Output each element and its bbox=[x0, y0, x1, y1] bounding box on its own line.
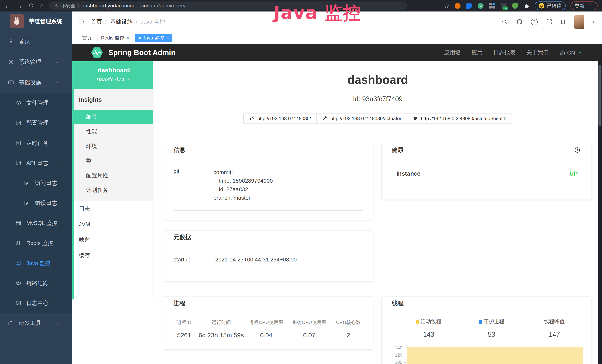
sidebar-item-mysql-monitor[interactable]: MySQL 监控 bbox=[0, 213, 72, 233]
sidebar-item-infrastructure[interactable]: 基础设施 bbox=[0, 72, 72, 93]
forward-icon[interactable]: → bbox=[16, 3, 23, 9]
breadcrumb-home[interactable]: 首页 bbox=[91, 18, 102, 26]
extension-orange-icon[interactable] bbox=[454, 2, 461, 9]
sba-nav-metrics[interactable]: 性能 bbox=[74, 124, 153, 139]
instance-health-row[interactable]: Instance UP bbox=[392, 170, 581, 185]
tab-java-monitor[interactable]: Java 监控 × bbox=[135, 34, 172, 42]
sba-brand-title[interactable]: Spring Boot Admin bbox=[108, 48, 176, 57]
tab-home[interactable]: 首页 bbox=[79, 34, 95, 42]
back-icon[interactable]: ← bbox=[4, 3, 11, 9]
extension-switchyomega-icon[interactable]: on bbox=[500, 2, 507, 9]
close-icon[interactable]: × bbox=[127, 35, 129, 41]
status-badge: UP bbox=[570, 170, 578, 177]
reload-icon[interactable] bbox=[28, 2, 34, 9]
search-icon[interactable] bbox=[501, 19, 508, 25]
sba-nav-wallboard[interactable]: 应用墙 bbox=[444, 49, 461, 56]
threads-legend-values: 143 53 147 bbox=[387, 331, 586, 338]
extension-blue-pin-icon[interactable] bbox=[466, 2, 473, 9]
annotation-java-monitoring: Java 监控 bbox=[273, 1, 361, 25]
service-url-button[interactable]: http://192.168.0.2:48080/ bbox=[243, 113, 317, 124]
page-title: dashboard bbox=[153, 73, 602, 86]
threads-card: 线程 活动线程 守护进程 线程峰值 143 53 147 140 120 100 bbox=[381, 297, 591, 364]
page-scrollbar-thumb[interactable] bbox=[599, 65, 602, 126]
github-icon[interactable] bbox=[516, 19, 523, 25]
extension-grid-icon[interactable] bbox=[489, 2, 495, 9]
sidebar-item-redis-monitor[interactable]: Redis 监控 bbox=[0, 233, 72, 253]
home-icon[interactable]: ⌂ bbox=[40, 3, 43, 9]
extensions-puzzle-icon[interactable] bbox=[523, 2, 530, 9]
health-url-button[interactable]: http://192.168.0.2:48080/actuator/health bbox=[407, 113, 512, 124]
sidebar-item-file-management[interactable]: 文件管理 bbox=[0, 93, 72, 113]
sba-nav-applications[interactable]: 应用 bbox=[472, 49, 483, 56]
sba-nav-environment[interactable]: 环境 bbox=[74, 139, 153, 153]
sba-nav-about[interactable]: 关于我们 bbox=[526, 49, 548, 56]
app-logo-row[interactable]: 芋道管理系统 bbox=[0, 11, 72, 31]
help-icon[interactable]: ? bbox=[531, 19, 538, 25]
sidebar-item-access-logs[interactable]: 访问日志 bbox=[0, 173, 72, 193]
sidebar-item-dev-tools[interactable]: 研发工具 bbox=[0, 313, 72, 333]
fullscreen-icon[interactable] bbox=[546, 19, 552, 25]
threads-card-title: 线程 bbox=[392, 299, 404, 307]
sba-nav-mappings[interactable]: 映射 bbox=[74, 232, 153, 247]
system-cpu-value: 0.07 bbox=[288, 332, 331, 339]
sba-nav-config-props[interactable]: 配置属性 bbox=[74, 168, 153, 183]
sba-language-select[interactable]: zh-CN bbox=[559, 50, 582, 56]
actuator-url-button[interactable]: http://192.168.0.2:48080/actuator bbox=[316, 113, 407, 124]
user-avatar[interactable] bbox=[574, 15, 584, 29]
sba-nav-jvm[interactable]: JVM bbox=[74, 216, 153, 232]
sba-nav-caches[interactable]: 缓存 bbox=[74, 247, 153, 263]
security-label[interactable]: 不安全 bbox=[61, 3, 75, 9]
daemon-threads-value: 53 bbox=[460, 331, 523, 338]
breadcrumb-infrastructure[interactable]: 基础设施 bbox=[110, 18, 132, 26]
avatar-caret-down-icon[interactable]: ▾ bbox=[592, 20, 595, 24]
sidebar-item-tracing[interactable]: 链路追踪 bbox=[0, 273, 72, 293]
bookmark-star-icon[interactable]: ☆ bbox=[444, 3, 449, 9]
peak-threads-value: 147 bbox=[523, 331, 586, 338]
profile-paused-badge[interactable]: 已暂停 bbox=[535, 1, 566, 10]
sidebar-item-error-logs[interactable]: 错误日志 bbox=[0, 193, 72, 213]
instance-name: dashboard bbox=[74, 66, 153, 74]
health-card-title: 健康 bbox=[392, 146, 404, 154]
sba-nav-classes[interactable]: 类 bbox=[74, 153, 153, 168]
sba-instance-header[interactable]: dashboard 93a3fc7f7409 bbox=[74, 61, 153, 89]
history-icon[interactable] bbox=[574, 146, 581, 154]
url-path: /infra/admin-server bbox=[147, 3, 190, 9]
endpoint-button-group: http://192.168.0.2:48080/ http://192.168… bbox=[153, 113, 602, 124]
cloud-upload-icon bbox=[15, 100, 22, 106]
sba-nav-scheduled-tasks[interactable]: 计划任务 bbox=[74, 183, 153, 197]
sba-nav-journal[interactable]: 日志报表 bbox=[493, 49, 516, 56]
chevron-down-icon bbox=[54, 321, 60, 326]
y-tick-140: 140 bbox=[387, 345, 402, 351]
startup-row: startup 2021-04-27T00:44:31.254+08:00 bbox=[173, 257, 363, 271]
insecure-warning-icon[interactable]: ⚠ bbox=[54, 3, 58, 9]
sidebar-item-java-monitor[interactable]: Java 监控 bbox=[0, 253, 72, 273]
sidebar-item-scheduled-jobs[interactable]: 定时任务 bbox=[0, 133, 72, 153]
sidebar-item-api-logs[interactable]: API 日志 bbox=[0, 153, 72, 173]
health-card: 健康 Instance UP bbox=[381, 143, 591, 200]
process-card: 进程 进程ID 运行时间 进程CPU使用率 系统CPU使用率 CPU核心数 52… bbox=[163, 297, 373, 350]
extension-vue-devtools-icon[interactable]: v bbox=[477, 2, 484, 9]
sidebar-item-log-center[interactable]: 日志中心 bbox=[0, 293, 72, 313]
process-card-title: 进程 bbox=[173, 299, 185, 307]
close-icon[interactable]: × bbox=[166, 35, 169, 41]
startup-label: startup bbox=[173, 257, 215, 263]
sba-nav-logs[interactable]: 日志 bbox=[74, 201, 153, 216]
insights-group: Insights 细节 性能 环境 类 配置属性 计划任务 bbox=[74, 89, 153, 201]
sidebar-item-home[interactable]: 首页 bbox=[0, 31, 72, 52]
threads-area-chart: 140 120 100 bbox=[387, 344, 586, 364]
extension-leaf-icon[interactable] bbox=[512, 2, 518, 9]
breadcrumb-separator: / bbox=[105, 19, 107, 25]
font-size-icon[interactable]: tT bbox=[561, 18, 566, 25]
app-logo-image bbox=[10, 14, 24, 28]
sba-nav-details[interactable]: 细节 bbox=[72, 110, 153, 124]
sidebar-item-system-management[interactable]: 系统管理 bbox=[0, 52, 72, 72]
app-sidebar: 芋道管理系统 首页 系统管理 基础设施 文件管理 配置管理 bbox=[0, 11, 72, 364]
chevron-down-icon bbox=[577, 50, 582, 55]
tab-redis-monitor[interactable]: Redis 监控 × bbox=[97, 34, 133, 42]
browser-menu-icon[interactable]: ⋮ bbox=[588, 2, 593, 9]
sidebar-item-config-management[interactable]: 配置管理 bbox=[0, 113, 72, 133]
hamburger-icon[interactable] bbox=[77, 18, 85, 26]
profile-avatar-emoji bbox=[539, 3, 544, 9]
chrome-update-button[interactable]: 更新 ⋮ bbox=[570, 1, 598, 10]
cpu-cores-value: 2 bbox=[331, 332, 366, 339]
